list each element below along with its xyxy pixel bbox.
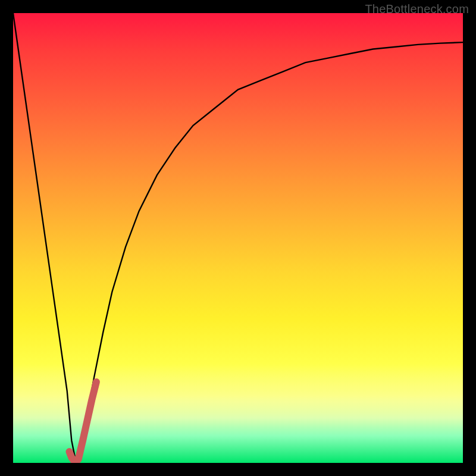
plot-area (13, 13, 463, 463)
chart-frame: TheBottleneck.com (0, 0, 476, 476)
bottleneck-curve-path (13, 13, 463, 463)
curves-svg (13, 13, 463, 463)
watermark-text: TheBottleneck.com (365, 2, 469, 16)
